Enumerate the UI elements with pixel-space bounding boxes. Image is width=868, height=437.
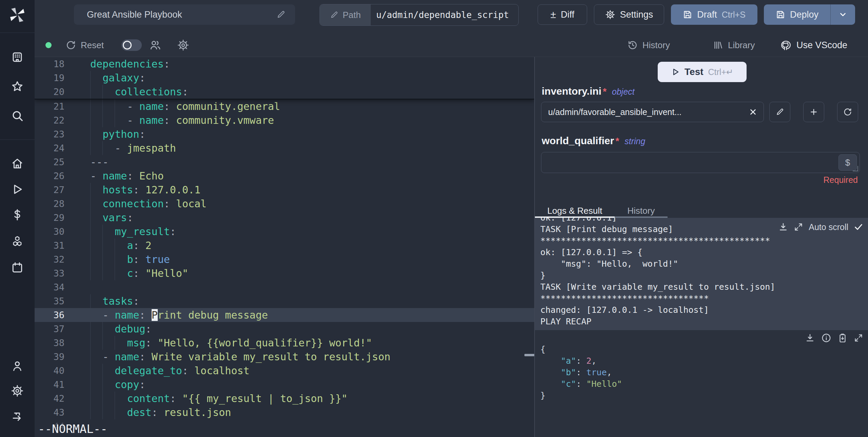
required-asterisk: * — [603, 86, 606, 97]
code-line-20[interactable]: 20 collections: — [35, 85, 534, 99]
app-title-input[interactable]: Great Ansible Playbook — [74, 4, 295, 25]
home-icon[interactable] — [0, 154, 35, 173]
draft-button[interactable]: Draft Ctrl+S — [671, 4, 757, 25]
save-icon — [776, 10, 785, 19]
code-line-24[interactable]: 24 - jmespath — [35, 141, 534, 155]
code-line-19[interactable]: 19 galaxy: — [35, 71, 534, 85]
info-icon[interactable] — [821, 333, 831, 343]
code-line-38[interactable]: 38 msg: "Hello, {{world_qualifier}} worl… — [35, 336, 534, 350]
result-controls — [805, 333, 863, 343]
code-line-26[interactable]: 26- name: Echo — [35, 169, 534, 183]
code-line-39[interactable]: 39 - name: Write variable my_result to r… — [35, 350, 534, 364]
code-line-37[interactable]: 37 debug: — [35, 322, 534, 336]
users-icon[interactable] — [149, 39, 161, 51]
test-shortcut: Ctrl+↵ — [708, 67, 733, 77]
windmill-logo[interactable] — [0, 5, 35, 24]
diff-button[interactable]: ± Diff — [538, 4, 587, 25]
code-line-32[interactable]: 32 b: true — [35, 252, 534, 266]
star-icon[interactable] — [0, 77, 35, 96]
download-icon[interactable] — [778, 222, 788, 232]
editor-settings-gear-icon[interactable] — [177, 39, 189, 51]
path-field[interactable]: Path u/admin/dependable_script — [320, 4, 519, 26]
code-line-27[interactable]: 27 hosts: 127.0.0.1 — [35, 183, 534, 197]
code-line-35[interactable]: 35 tasks: — [35, 294, 534, 308]
draft-shortcut: Ctrl+S — [722, 10, 746, 20]
settings-button[interactable]: Settings — [594, 4, 664, 25]
world-qualifier-input[interactable]: $ — [541, 152, 860, 173]
pencil-icon — [330, 11, 339, 19]
use-vscode-button[interactable]: Use VScode — [780, 33, 847, 57]
code-line-42[interactable]: 42 content: "{{ my_result | to_json }}" — [35, 392, 534, 405]
clear-icon[interactable] — [749, 108, 757, 116]
log-lines: ok: [127.0.0.1]TASK [Print debug message… — [540, 218, 868, 327]
resize-handle[interactable] — [853, 166, 858, 171]
check-icon[interactable] — [854, 222, 863, 232]
pencil-icon — [775, 108, 784, 116]
inventory-path-input[interactable]: u/admin/favorable_ansible_invent... — [541, 102, 764, 122]
path-value[interactable]: u/admin/dependable_script — [371, 4, 518, 25]
vim-mode-indicator: --NORMAL-- — [38, 422, 108, 436]
dollar-icon[interactable] — [0, 205, 35, 224]
path-label: Path — [320, 4, 371, 25]
add-resource-button[interactable] — [803, 102, 824, 122]
refresh-icon — [843, 108, 852, 116]
user-icon[interactable] — [0, 357, 35, 376]
code-line-28[interactable]: 28 connection: local — [35, 197, 534, 211]
plus-minus-icon: ± — [551, 9, 556, 20]
clipboard-icon[interactable] — [837, 333, 848, 343]
play-icon — [671, 68, 680, 76]
code-line-41[interactable]: 41 copy: — [35, 378, 534, 392]
result-viewer[interactable]: { "a": 2, "b": true, "c": "Hello"} — [535, 330, 868, 437]
play-icon[interactable] — [0, 180, 35, 199]
required-asterisk: * — [615, 136, 619, 147]
code-line-33[interactable]: 33 c: "Hello" — [35, 266, 534, 280]
code-line-25[interactable]: 25--- — [35, 155, 534, 169]
expand-icon[interactable] — [794, 222, 803, 232]
code-line-22[interactable]: 22 - name: community.vmware — [35, 113, 534, 127]
expand-icon[interactable] — [854, 333, 863, 343]
code-line-30[interactable]: 30 my_result: — [35, 225, 534, 239]
workspace-icon[interactable] — [0, 48, 35, 66]
sticky-scroll-lines: 18dependencies:19 galaxy:20 collections: — [35, 57, 534, 99]
code-editor[interactable]: 18dependencies:19 galaxy:20 collections:… — [35, 57, 534, 437]
refresh-resource-button[interactable] — [837, 102, 858, 122]
search-icon[interactable] — [0, 106, 35, 125]
status-dot — [45, 42, 52, 48]
library-button[interactable]: Library — [713, 33, 755, 57]
field-type: string — [624, 136, 645, 146]
cubes-icon[interactable] — [0, 232, 35, 251]
calendar-icon[interactable] — [0, 258, 35, 277]
code-line-44[interactable]: 44 — [35, 419, 534, 433]
collaboration-toggle[interactable] — [121, 39, 142, 51]
code-line-23[interactable]: 23 python: — [35, 127, 534, 141]
history-button[interactable]: History — [628, 33, 670, 57]
required-message: Required — [824, 175, 858, 185]
deploy-button[interactable]: Deploy — [764, 4, 855, 25]
code-line-18[interactable]: 18dependencies: — [35, 57, 534, 71]
result-json: { "a": 2, "b": true, "c": "Hello"} — [540, 344, 868, 401]
code-line-36[interactable]: 36 - name: Print debug message — [35, 308, 534, 322]
test-button[interactable]: Test Ctrl+↵ — [658, 62, 747, 82]
code-lines[interactable]: 21 - name: community.general22 - name: c… — [35, 99, 534, 433]
tab-logs-result[interactable]: Logs & Result — [535, 205, 615, 218]
code-line-40[interactable]: 40 delegate_to: localhost — [35, 364, 534, 378]
deploy-menu-chevron[interactable] — [830, 4, 855, 25]
gear-icon[interactable] — [0, 381, 35, 400]
tab-history[interactable]: History — [615, 205, 668, 218]
topbar: Great Ansible Playbook Path u/admin/depe… — [35, 0, 868, 34]
code-line-31[interactable]: 31 a: 2 — [35, 239, 534, 252]
edit-title-pencil-icon[interactable] — [276, 10, 286, 19]
code-line-29[interactable]: 29 vars: — [35, 211, 534, 225]
edit-resource-button[interactable] — [769, 102, 790, 122]
reset-button[interactable]: Reset — [66, 33, 104, 57]
download-icon[interactable] — [805, 333, 815, 343]
code-line-43[interactable]: 43 dest: result.json — [35, 405, 534, 419]
log-viewer[interactable]: ok: [127.0.0.1]TASK [Print debug message… — [535, 218, 868, 330]
logout-icon[interactable] — [0, 407, 35, 426]
chevron-down-icon — [838, 10, 847, 19]
code-line-34[interactable]: 34 — [35, 280, 534, 294]
code-line-21[interactable]: 21 - name: community.general — [35, 99, 534, 113]
sidebar-divider — [0, 33, 35, 33]
sidebar-divider — [0, 139, 35, 140]
inventory-field-label: inventory.ini* object — [542, 86, 635, 97]
